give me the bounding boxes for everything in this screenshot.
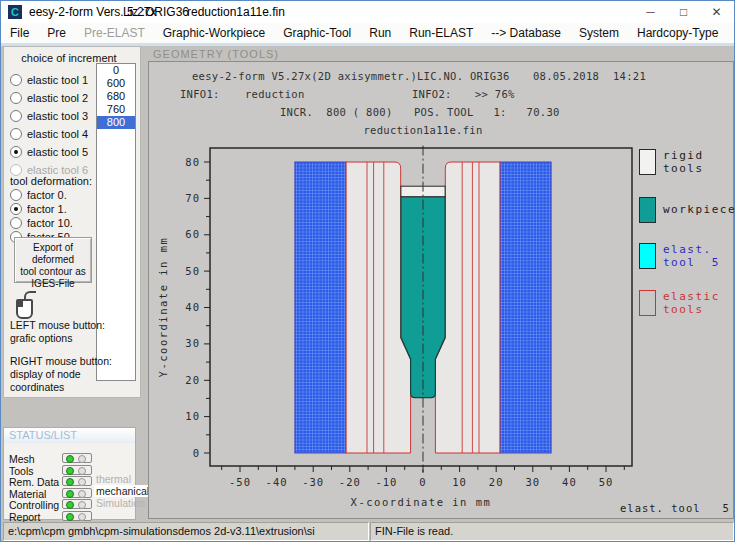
radio-factor-3[interactable]: factor 10. (10, 217, 73, 231)
elastic-mesh-tool-left (295, 162, 346, 453)
menu-item-run-elast[interactable]: Run-ELAST (400, 23, 482, 43)
legend-label: rigid tools (663, 149, 704, 175)
graphics-panel[interactable]: eesy-2-form V5.27x(2D axisymmetr.) LIC.N… (148, 61, 734, 519)
status-row-label: Controlling (9, 499, 59, 511)
gray-light-icon (78, 455, 86, 463)
radio-elastic-tool-label: elastic tool 1 (27, 74, 88, 86)
status-row-label: Rem. Data (9, 476, 59, 488)
status-row-label: Mesh (9, 453, 35, 465)
radio-icon (10, 217, 22, 229)
x-tick-label: 20 (489, 476, 504, 488)
increment-option-0[interactable]: 0 (97, 64, 135, 77)
left-mouse-note: LEFT mouse button: grafic options (10, 319, 105, 345)
menu-item-hardcopy-type[interactable]: Hardcopy-Type (628, 23, 727, 43)
x-tick-label: 50 (599, 476, 614, 488)
menu-item-exit[interactable]: EXIT (727, 23, 735, 43)
status-indicator[interactable] (62, 511, 92, 521)
elast-tool-corner-note: elast. tool 5 (620, 502, 730, 514)
radio-icon (10, 74, 22, 86)
radio-factor-1[interactable]: factor 0. (10, 189, 73, 203)
legend-swatch-icon (639, 290, 656, 316)
right-mouse-note: RIGHT mouse button: display of node coor… (10, 355, 112, 394)
radio-elastic-tool-2[interactable]: elastic tool 2 (10, 91, 88, 109)
green-light-icon (66, 513, 74, 521)
x-tick-label: -40 (266, 476, 288, 488)
elastic-tool-radio-group: elastic tool 1elastic tool 2elastic tool… (10, 73, 88, 181)
status-row-mesh: Mesh (4, 453, 135, 464)
mode-label-simulation: Simulation (96, 497, 145, 509)
gray-light-icon (78, 490, 86, 498)
x-tick-label: 10 (452, 476, 467, 488)
statusbar-path: e:\cpm\cpm gmbh\cpm-simulationsdemos 2d-… (3, 522, 369, 541)
y-tick-label: 0 (193, 447, 200, 459)
minimize-icon[interactable]: ─ (634, 1, 667, 23)
menu-item-pre[interactable]: Pre (38, 23, 75, 43)
radio-icon (10, 146, 22, 158)
radio-icon (10, 203, 22, 215)
menu-item-file[interactable]: File (1, 23, 38, 43)
app-icon: C (8, 5, 22, 19)
export-iges-button[interactable]: Export of deformed tool contour as IGES-… (14, 237, 92, 283)
radio-factor-2[interactable]: factor 1. (10, 203, 73, 217)
radio-elastic-tool-3[interactable]: elastic tool 3 (10, 109, 88, 127)
menu-item-system[interactable]: System (570, 23, 628, 43)
titlebar: C eesy-2-form Vers. 5.27x Liz.:ORIG36 re… (1, 1, 734, 23)
menu-item--database[interactable]: --> Database (482, 23, 570, 43)
sidebar-panel: choice of increment 0600680760800 elasti… (3, 46, 141, 398)
status-indicator[interactable] (62, 476, 92, 486)
x-axis-title: X-coordinate in mm (351, 496, 492, 508)
status-row-report: Report (4, 511, 135, 522)
y-tick-label: 70 (185, 192, 200, 204)
green-light-icon (66, 501, 74, 509)
window-title-license: Liz.:ORIG36 (123, 5, 189, 19)
y-tick-label: 80 (185, 156, 200, 168)
status-indicator[interactable] (62, 488, 92, 498)
status-row-label: Material (9, 488, 46, 500)
radio-elastic-tool-label: elastic tool 4 (27, 128, 88, 140)
gray-light-icon (78, 513, 86, 521)
status-indicator[interactable] (62, 465, 92, 475)
x-tick-label: -20 (339, 476, 361, 488)
maximize-icon[interactable]: □ (667, 1, 700, 23)
status-list-panel: STATUS/LIST MeshToolsRem. DataMaterialCo… (3, 427, 136, 520)
x-tick-label: 0 (419, 476, 426, 488)
increment-option-800[interactable]: 800 (97, 116, 135, 129)
increment-option-760[interactable]: 760 (97, 103, 135, 116)
y-tick-label: 40 (185, 301, 200, 313)
y-tick-label: 20 (185, 374, 200, 386)
menu-item-graphic-workpiece[interactable]: Graphic-Workpiece (154, 23, 274, 43)
tool-deformation-label: tool deformation: (10, 175, 92, 187)
y-tick-label: 60 (185, 228, 200, 240)
status-indicator[interactable] (62, 499, 92, 509)
app-window: C eesy-2-form Vers. 5.27x Liz.:ORIG36 re… (0, 0, 735, 542)
radio-elastic-tool-1[interactable]: elastic tool 1 (10, 73, 88, 91)
increment-option-680[interactable]: 680 (97, 90, 135, 103)
radio-icon (10, 92, 22, 104)
status-indicator[interactable] (62, 453, 92, 463)
radio-elastic-tool-label: elastic tool 2 (27, 92, 88, 104)
x-tick-label: -10 (375, 476, 397, 488)
radio-elastic-tool-4[interactable]: elastic tool 4 (10, 127, 88, 145)
legend-swatch-icon (639, 197, 656, 223)
increment-option-600[interactable]: 600 (97, 77, 135, 90)
green-light-icon (66, 467, 74, 475)
y-tick-label: 50 (185, 265, 200, 277)
legend-swatch-icon (639, 243, 656, 269)
menu-item-run[interactable]: Run (360, 23, 400, 43)
radio-icon (10, 189, 22, 201)
radio-elastic-tool-5[interactable]: elastic tool 5 (10, 145, 88, 163)
gray-light-icon (78, 501, 86, 509)
x-tick-label: -50 (229, 476, 251, 488)
radio-elastic-tool-label: elastic tool 5 (27, 146, 88, 158)
green-light-icon (66, 478, 74, 486)
mode-label-mechanical: mechanical (94, 485, 151, 497)
close-icon[interactable]: ✕ (700, 1, 733, 23)
radio-factor-label: factor 10. (27, 217, 73, 229)
menu-item-graphic-tool[interactable]: Graphic-Tool (274, 23, 360, 43)
y-tick-label: 10 (185, 410, 200, 422)
legend-swatch-icon (639, 149, 656, 175)
x-tick-label: 30 (525, 476, 540, 488)
legend-label: elastic tools (663, 290, 720, 316)
geometry-tools-heading: GEOMETRY (TOOLS) (153, 48, 279, 60)
mouse-icon (16, 297, 38, 321)
